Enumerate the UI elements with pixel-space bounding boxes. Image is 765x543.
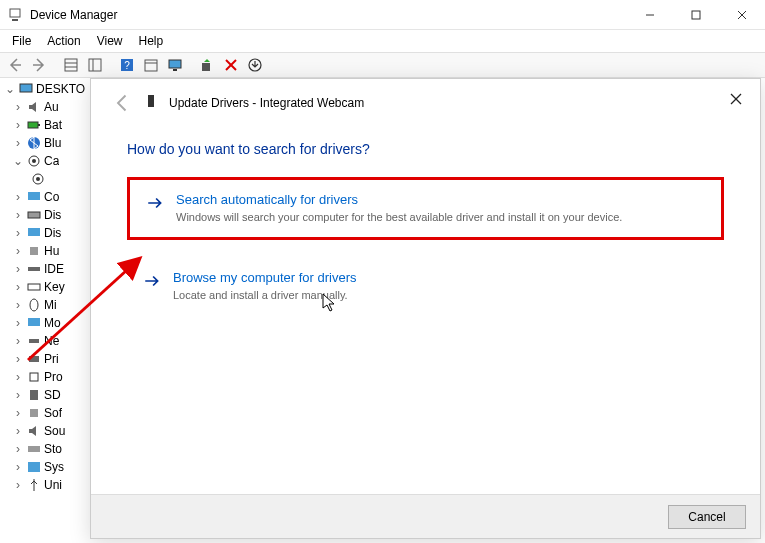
menu-help[interactable]: Help [131, 32, 172, 50]
forward-icon[interactable] [28, 54, 50, 76]
app-icon [8, 7, 24, 23]
toolbar-separator [52, 54, 58, 76]
svg-rect-0 [10, 9, 20, 17]
chevron-down-icon: ⌄ [12, 155, 24, 167]
system-icon [26, 459, 42, 475]
svg-rect-31 [28, 228, 40, 236]
mouse-icon [26, 297, 42, 313]
menubar: File Action View Help [0, 30, 765, 52]
tree-item-display[interactable]: ›Dis [0, 224, 90, 242]
dialog-header: Update Drivers - Integrated Webcam [91, 79, 760, 113]
tree-item-network[interactable]: ›Ne [0, 332, 90, 350]
close-button[interactable] [719, 0, 765, 30]
option-search-automatically[interactable]: Search automatically for drivers Windows… [127, 177, 724, 240]
tree-item-printers[interactable]: ›Pri [0, 350, 90, 368]
chevron-right-icon: › [12, 245, 24, 257]
tree-item-ide[interactable]: ›IDE [0, 260, 90, 278]
tree-root[interactable]: ⌄ DESKTO [0, 80, 90, 98]
chevron-right-icon: › [12, 425, 24, 437]
minimize-button[interactable] [627, 0, 673, 30]
tree-item-system[interactable]: ›Sys [0, 458, 90, 476]
tree-item-bluetooth[interactable]: ›Blu [0, 134, 90, 152]
option-browse-computer[interactable]: Browse my computer for drivers Locate an… [127, 258, 724, 315]
tree-item-monitors[interactable]: ›Mo [0, 314, 90, 332]
dialog-heading: How do you want to search for drivers? [91, 113, 760, 177]
chevron-right-icon: › [12, 479, 24, 491]
cancel-button[interactable]: Cancel [668, 505, 746, 529]
back-arrow-icon[interactable] [113, 93, 133, 113]
option-body: Search automatically for drivers Windows… [176, 192, 705, 225]
help-icon[interactable]: ? [116, 54, 138, 76]
svg-rect-36 [28, 318, 40, 326]
svg-point-28 [36, 177, 40, 181]
computer-icon [26, 189, 42, 205]
chevron-right-icon: › [12, 137, 24, 149]
update-driver-icon[interactable] [244, 54, 266, 76]
calendar-icon[interactable] [140, 54, 162, 76]
svg-rect-39 [30, 373, 38, 381]
tree-item-storage[interactable]: ›Sto [0, 440, 90, 458]
monitor-icon[interactable] [164, 54, 186, 76]
tree-item-sd[interactable]: ›SD [0, 386, 90, 404]
menu-action[interactable]: Action [39, 32, 88, 50]
option-title: Search automatically for drivers [176, 192, 705, 207]
svg-text:?: ? [124, 60, 130, 71]
maximize-button[interactable] [673, 0, 719, 30]
tree-item-cameras[interactable]: ⌄Ca [0, 152, 90, 170]
svg-point-35 [30, 299, 38, 311]
camera-icon [30, 171, 46, 187]
svg-rect-41 [30, 409, 38, 417]
option-title: Browse my computer for drivers [173, 270, 708, 285]
svg-rect-17 [202, 63, 210, 71]
chevron-right-icon: › [12, 443, 24, 455]
properties-icon[interactable] [84, 54, 106, 76]
device-tree[interactable]: ⌄ DESKTO ›Au ›Bat ›Blu ⌄Ca ›Co ›Dis ›Dis… [0, 78, 90, 543]
tree-item-mice[interactable]: ›Mi [0, 296, 90, 314]
option-description: Windows will search your computer for th… [176, 210, 705, 225]
arrow-right-icon [143, 272, 161, 290]
svg-rect-22 [28, 122, 38, 128]
tree-item-disk[interactable]: ›Dis [0, 206, 90, 224]
option-body: Browse my computer for drivers Locate an… [173, 270, 708, 303]
dialog-close-button[interactable] [724, 87, 748, 111]
storage-icon [26, 441, 42, 457]
tree-item-usb[interactable]: ›Uni [0, 476, 90, 494]
svg-rect-33 [28, 267, 40, 271]
tree-item-hid[interactable]: ›Hu [0, 242, 90, 260]
tree-item-computer[interactable]: ›Co [0, 188, 90, 206]
option-description: Locate and install a driver manually. [173, 288, 708, 303]
camera-icon [26, 153, 42, 169]
chevron-down-icon: ⌄ [4, 83, 16, 95]
scan-icon[interactable] [196, 54, 218, 76]
tree-item-processors[interactable]: ›Pro [0, 368, 90, 386]
device-icon [143, 93, 159, 113]
svg-rect-32 [30, 247, 38, 255]
tree-item-sound[interactable]: ›Sou [0, 422, 90, 440]
tree-item-webcam[interactable] [0, 170, 90, 188]
chevron-right-icon: › [12, 209, 24, 221]
tree-item-batteries[interactable]: ›Bat [0, 116, 90, 134]
keyboard-icon [26, 279, 42, 295]
menu-file[interactable]: File [4, 32, 39, 50]
chevron-right-icon: › [12, 101, 24, 113]
svg-rect-21 [20, 84, 32, 92]
svg-rect-46 [148, 95, 154, 107]
usb-icon [26, 477, 42, 493]
svg-rect-6 [65, 59, 77, 71]
show-hide-tree-icon[interactable] [60, 54, 82, 76]
chevron-right-icon: › [12, 335, 24, 347]
menu-view[interactable]: View [89, 32, 131, 50]
svg-rect-37 [29, 339, 39, 343]
back-icon[interactable] [4, 54, 26, 76]
svg-rect-13 [145, 60, 157, 71]
hid-icon [26, 243, 42, 259]
svg-rect-43 [28, 462, 40, 472]
tree-item-audio[interactable]: ›Au [0, 98, 90, 116]
cpu-icon [26, 369, 42, 385]
tree-item-keyboards[interactable]: ›Key [0, 278, 90, 296]
chevron-right-icon: › [12, 389, 24, 401]
uninstall-icon[interactable] [220, 54, 242, 76]
tree-item-software[interactable]: ›Sof [0, 404, 90, 422]
svg-rect-3 [692, 11, 700, 19]
chevron-right-icon: › [12, 317, 24, 329]
